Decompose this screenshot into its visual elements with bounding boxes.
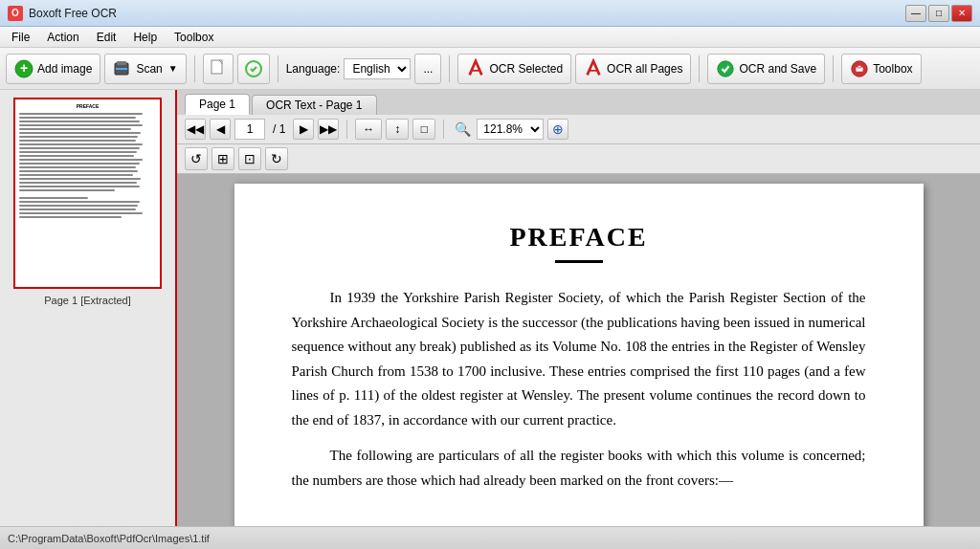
- menu-help[interactable]: Help: [125, 29, 165, 46]
- ocr-save-label: OCR and Save: [739, 62, 816, 76]
- svg-rect-12: [858, 65, 861, 68]
- title-controls: — □ ✕: [905, 5, 972, 22]
- status-path: C:\ProgramData\Boxoft\PdfOcr\Images\1.ti…: [8, 533, 210, 544]
- rotate-left-button[interactable]: ↺: [185, 147, 208, 170]
- ocr-selected-label: OCR Selected: [489, 62, 563, 76]
- grid-button[interactable]: ⊞: [212, 147, 234, 170]
- sidebar: PREFACE: [0, 90, 177, 526]
- content-area: Page 1 OCR Text - Page 1 ◀◀ ◀ / 1 ▶ ▶▶ ↔…: [177, 90, 980, 526]
- fit-height-button[interactable]: ↕: [386, 119, 409, 140]
- menu-edit[interactable]: Edit: [89, 29, 124, 46]
- fit-page-button[interactable]: □: [412, 119, 435, 140]
- prev-page-button[interactable]: ◀: [210, 119, 231, 140]
- toolbox-label: Toolbox: [873, 62, 912, 76]
- title-bar: O Boxoft Free OCR — □ ✕: [0, 0, 980, 27]
- ocr-all-pages-label: OCR all Pages: [607, 62, 682, 76]
- page-number-input[interactable]: [234, 119, 265, 140]
- title-bar-left: O Boxoft Free OCR: [8, 6, 117, 21]
- menu-action[interactable]: Action: [39, 29, 86, 46]
- tab-page-1[interactable]: Page 1: [185, 94, 250, 115]
- document-body: In 1939 the Yorkshire Parish Register So…: [292, 286, 866, 493]
- add-image-label: Add image: [37, 62, 92, 76]
- zoom-increase-button[interactable]: ⊕: [547, 119, 568, 140]
- language-select[interactable]: English: [344, 58, 411, 79]
- nav-sep-2: [443, 120, 444, 139]
- scan-icon: [113, 59, 132, 78]
- add-image-icon: +: [14, 59, 33, 78]
- rotate-right-button[interactable]: ↻: [265, 147, 288, 170]
- zoom-select[interactable]: 121.8%: [477, 119, 544, 140]
- crop-button[interactable]: ⊡: [238, 147, 261, 170]
- scan-label: Scan: [136, 62, 162, 76]
- toolbar-sep-2: [278, 55, 278, 82]
- menu-toolbox[interactable]: Toolbox: [167, 29, 221, 46]
- document-view[interactable]: PREFACE In 1939 the Yorkshire Parish Reg…: [177, 174, 980, 526]
- scan-button[interactable]: Scan ▼: [104, 54, 186, 84]
- toolbox-button[interactable]: Toolbox: [841, 54, 921, 84]
- svg-text:+: +: [20, 60, 28, 76]
- app-title: Boxoft Free OCR: [29, 7, 117, 20]
- add-image-button[interactable]: + Add image: [6, 54, 100, 84]
- ocr-selected-button[interactable]: OCR Selected: [457, 54, 571, 84]
- next-page-button[interactable]: ▶: [293, 119, 314, 140]
- ocr-all-pages-button[interactable]: OCR all Pages: [575, 54, 691, 84]
- document-rule: [555, 260, 603, 263]
- expand-width-button[interactable]: ↔: [355, 119, 382, 140]
- ocr-selected-icon: [466, 59, 485, 78]
- document-paragraph-1: In 1939 the Yorkshire Parish Register So…: [292, 286, 866, 432]
- toolbar-sep-5: [833, 55, 834, 82]
- first-page-button[interactable]: ◀◀: [185, 119, 206, 140]
- toolbar-sep-1: [194, 55, 195, 82]
- document-title: PREFACE: [292, 222, 866, 253]
- svg-rect-3: [117, 61, 126, 65]
- menu-file[interactable]: File: [4, 29, 37, 46]
- maximize-button[interactable]: □: [928, 5, 949, 22]
- scan-dropdown-icon[interactable]: ▼: [168, 63, 178, 74]
- menu-bar: File Action Edit Help Toolbox: [0, 27, 980, 48]
- page-total: / 1: [269, 122, 289, 136]
- nav-bar: ◀◀ ◀ / 1 ▶ ▶▶ ↔ ↕ □ 🔍 121.8% ⊕: [177, 115, 980, 144]
- tab-ocr-text[interactable]: OCR Text - Page 1: [252, 95, 377, 115]
- app-icon: O: [8, 6, 23, 21]
- svg-rect-4: [116, 68, 127, 70]
- toolbox-icon: [850, 59, 869, 78]
- thumbnail-container[interactable]: PREFACE: [13, 98, 162, 289]
- ocr-save-icon: [716, 59, 735, 78]
- language-label: Language:: [286, 62, 341, 76]
- page-1-label: Page 1 [Extracted]: [44, 295, 131, 306]
- ocr-save-button[interactable]: OCR and Save: [707, 54, 825, 84]
- nav-sep-1: [346, 120, 347, 139]
- close-button[interactable]: ✕: [951, 5, 972, 22]
- document-page: PREFACE In 1939 the Yorkshire Parish Reg…: [234, 184, 924, 526]
- more-options-button[interactable]: ...: [414, 54, 441, 84]
- document-paragraph-2: The following are particulars of all the…: [292, 444, 866, 493]
- thumbnail-image: PREFACE: [15, 99, 160, 287]
- toolbar-sep-3: [449, 55, 450, 82]
- svg-rect-5: [212, 60, 222, 74]
- status-bar: C:\ProgramData\Boxoft\PdfOcr\Images\1.ti…: [0, 526, 980, 549]
- tab-bar: Page 1 OCR Text - Page 1: [177, 90, 980, 115]
- minimize-button[interactable]: —: [905, 5, 926, 22]
- tool-bar-2: ↺ ⊞ ⊡ ↻: [177, 144, 980, 174]
- doc-button-2[interactable]: [237, 54, 270, 84]
- ocr-all-pages-icon: [584, 59, 603, 78]
- toolbar-sep-4: [699, 55, 700, 82]
- main-layout: PREFACE: [0, 90, 980, 526]
- zoom-decrease-icon: 🔍: [452, 119, 473, 140]
- last-page-button[interactable]: ▶▶: [318, 119, 339, 140]
- toolbar: + Add image Scan ▼ Language: E: [0, 48, 980, 90]
- doc-button-1[interactable]: [203, 54, 234, 84]
